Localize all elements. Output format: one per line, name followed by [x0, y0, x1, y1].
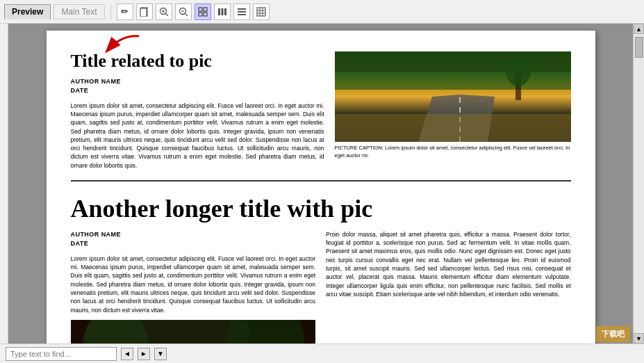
- svg-line-3: [165, 13, 168, 16]
- scroll-track[interactable]: [634, 34, 644, 333]
- article-1-title: Title related to pic: [71, 51, 324, 72]
- article-2-image: [71, 320, 316, 344]
- grid-btn[interactable]: [195, 3, 211, 20]
- svg-rect-27: [335, 51, 571, 72]
- svg-rect-14: [221, 8, 223, 15]
- article-1-caption: PICTURE CAPTION: Lorem ipsum dolor sit a…: [335, 145, 571, 159]
- right-scrollbar[interactable]: ▲ ▼: [633, 24, 644, 344]
- main-area: Title related to pic AUTHOR NAME DATE Lo…: [0, 24, 644, 344]
- article-1-right: PICTURE CAPTION: Lorem ipsum dolor sit a…: [335, 51, 571, 170]
- svg-rect-16: [238, 8, 246, 10]
- svg-rect-18: [238, 14, 246, 15]
- status-bar: ◄ ► ▼: [0, 344, 644, 363]
- next-result-btn[interactable]: ►: [138, 348, 150, 360]
- svg-rect-15: [224, 8, 226, 15]
- toolbar-separator: [110, 5, 111, 19]
- article-2-col-right: Proin dolor massa, aliquet sit amet phar…: [326, 230, 571, 344]
- scroll-thumb[interactable]: [635, 37, 643, 58]
- article-2-body-left: Lorem ipsum dolor sit amet, consectetur …: [71, 255, 316, 314]
- svg-rect-12: [204, 13, 207, 16]
- article-2-col-left: AUTHOR NAME DATE Lorem ipsum dolor sit a…: [71, 230, 316, 344]
- tab-preview[interactable]: Preview: [4, 4, 51, 19]
- article-1-left: Title related to pic AUTHOR NAME DATE Lo…: [71, 51, 324, 170]
- article-2-author: AUTHOR NAME DATE: [71, 230, 316, 249]
- article-2-title: Another longer title with pic: [71, 195, 571, 223]
- svg-rect-9: [199, 8, 202, 11]
- layout-btn[interactable]: [233, 3, 250, 20]
- page-tool-btn[interactable]: [136, 3, 153, 20]
- tab-main-text[interactable]: Main Text: [53, 4, 104, 19]
- article-2-body: AUTHOR NAME DATE Lorem ipsum dolor sit a…: [71, 230, 571, 344]
- article-1-body: Lorem ipsum dolor sit amet, consectetur …: [71, 102, 324, 170]
- svg-rect-10: [204, 8, 207, 11]
- left-panel: [0, 24, 8, 344]
- svg-point-52: [138, 320, 249, 344]
- pointer-tool-btn[interactable]: ✏: [117, 3, 133, 20]
- article-1: Title related to pic AUTHOR NAME DATE Lo…: [71, 51, 571, 182]
- article-1-image: [335, 51, 571, 142]
- article-1-author: AUTHOR NAME DATE: [71, 77, 324, 96]
- zoom-out-btn[interactable]: [175, 3, 192, 20]
- document-page: Title related to pic AUTHOR NAME DATE Lo…: [47, 31, 595, 344]
- prev-result-btn[interactable]: ◄: [121, 348, 133, 360]
- columns-btn[interactable]: [214, 3, 231, 20]
- zoom-in-btn[interactable]: [156, 3, 172, 20]
- svg-rect-1: [140, 8, 147, 17]
- scroll-down-btn[interactable]: ▼: [634, 333, 644, 344]
- page-area[interactable]: Title related to pic AUTHOR NAME DATE Lo…: [8, 24, 633, 344]
- article-2-body-right: Proin dolor massa, aliquet sit amet phar…: [326, 230, 571, 299]
- search-input[interactable]: [6, 347, 117, 361]
- svg-rect-17: [238, 11, 246, 13]
- svg-line-7: [185, 13, 188, 16]
- svg-point-32: [506, 56, 531, 86]
- svg-rect-11: [199, 13, 202, 16]
- article-2: Another longer title with pic AUTHOR NAM…: [71, 195, 571, 344]
- scroll-up-btn[interactable]: ▲: [634, 24, 644, 34]
- search-options-btn[interactable]: ▼: [154, 348, 167, 360]
- toolbar: Preview Main Text ✏: [0, 0, 644, 24]
- svg-rect-13: [218, 8, 220, 15]
- svg-rect-19: [257, 8, 265, 16]
- table-btn[interactable]: [253, 3, 270, 20]
- svg-rect-30: [335, 114, 571, 142]
